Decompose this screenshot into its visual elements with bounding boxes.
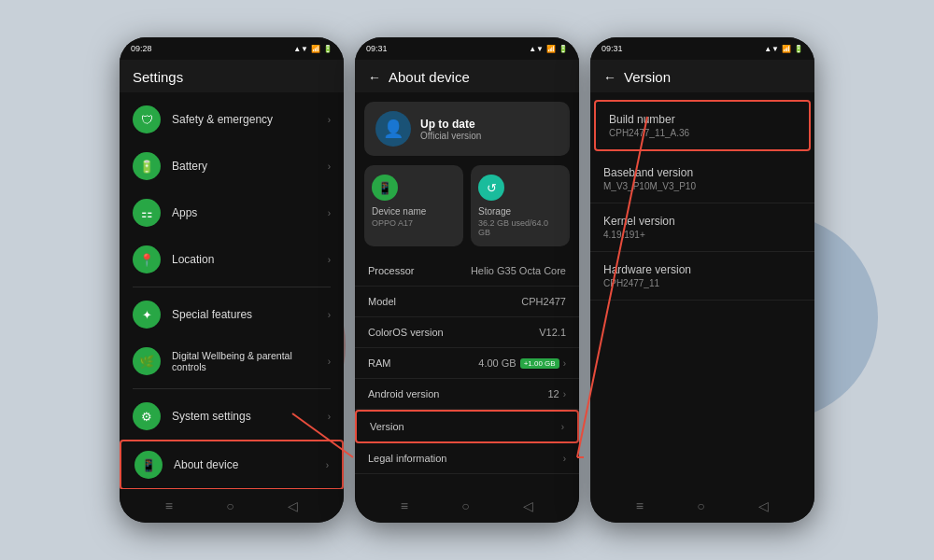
- ram-value-row: 4.00 GB +1.00 GB ›: [478, 357, 566, 369]
- status-time-3: 09:31: [601, 44, 623, 53]
- storage-value: 36.2 GB used/64.0 GB: [478, 218, 562, 237]
- coloros-row[interactable]: ColorOS version V12.1: [355, 317, 579, 348]
- location-label: Location: [172, 253, 328, 266]
- kernel-item[interactable]: Kernel version 4.19.191+: [590, 203, 814, 252]
- android-value-row: 12 ›: [547, 388, 566, 399]
- settings-header: Settings: [120, 60, 344, 92]
- android-row[interactable]: Android version 12 ›: [355, 379, 579, 410]
- about-header: ← About device: [355, 60, 579, 92]
- update-card: 👤 Up to date Official version: [364, 102, 570, 156]
- processor-value: Helio G35 Octa Core: [471, 265, 566, 276]
- nav-menu-icon[interactable]: ≡: [165, 498, 173, 513]
- wellbeing-chevron: ›: [328, 357, 331, 367]
- legal-label: Legal information: [368, 453, 446, 464]
- ram-row[interactable]: RAM 4.00 GB +1.00 GB ›: [355, 348, 579, 379]
- build-number-item[interactable]: Build number CPH2477_11_A.36: [594, 100, 811, 151]
- model-row[interactable]: Model CPH2477: [355, 287, 579, 317]
- nav-bar-2: ≡ ○ ◁: [355, 489, 579, 523]
- safety-label: Safety & emergency: [172, 113, 328, 126]
- model-label: Model: [368, 296, 396, 307]
- hardware-value: CPH2477_11: [603, 278, 801, 288]
- hardware-item[interactable]: Hardware version CPH2477_11: [590, 252, 814, 301]
- settings-item-location[interactable]: 📍 Location ›: [120, 236, 344, 283]
- nav-home-2-icon[interactable]: ○: [461, 498, 469, 513]
- location-icon: 📍: [133, 245, 161, 273]
- ram-value: 4.00 GB: [478, 357, 516, 369]
- device-name-card[interactable]: 📱 Device name OPPO A17: [364, 165, 463, 246]
- divider-1: [133, 287, 331, 287]
- settings-item-battery[interactable]: 🔋 Battery ›: [120, 143, 344, 189]
- version-label: Version: [370, 421, 404, 432]
- storage-label: Storage: [478, 206, 511, 217]
- settings-item-system[interactable]: ⚙ System settings ›: [120, 393, 344, 440]
- settings-item-special[interactable]: ✦ Special features ›: [120, 291, 344, 338]
- ram-badge: +1.00 GB: [520, 358, 559, 369]
- phone-about: 09:31 ▲▼ 📶 🔋 ← About device 👤 Up to date…: [355, 37, 579, 523]
- divider-2: [133, 388, 331, 389]
- battery-icon: 🔋: [133, 152, 161, 180]
- back-arrow-about[interactable]: ←: [368, 70, 381, 85]
- storage-card[interactable]: ↺ Storage 36.2 GB used/64.0 GB: [471, 165, 570, 246]
- ram-chevron: ›: [563, 358, 566, 369]
- settings-item-safety[interactable]: 🛡 Safety & emergency ›: [120, 96, 344, 143]
- status-icons-3: ▲▼ 📶 🔋: [764, 45, 803, 53]
- special-label: Special features: [172, 308, 328, 321]
- storage-icon: ↺: [478, 175, 504, 201]
- baseband-value: M_V3_P10M_V3_P10: [603, 181, 801, 191]
- update-subtitle: Official version: [420, 131, 481, 141]
- nav-back-3-icon[interactable]: ◁: [758, 498, 769, 513]
- status-bar-3: 09:31 ▲▼ 📶 🔋: [590, 37, 814, 60]
- model-value: CPH2477: [521, 296, 566, 307]
- settings-title: Settings: [133, 69, 331, 85]
- status-bar-2: 09:31 ▲▼ 📶 🔋: [355, 37, 579, 60]
- device-name-label: Device name: [372, 206, 426, 217]
- back-arrow-version[interactable]: ←: [603, 70, 616, 85]
- nav-bar-1: ≡ ○ ◁: [120, 489, 344, 523]
- coloros-value: V12.1: [539, 327, 566, 338]
- status-bar-1: 09:28 ▲▼ 📶 🔋: [120, 37, 344, 60]
- special-icon: ✦: [133, 301, 161, 329]
- update-title: Up to date: [420, 118, 481, 131]
- build-number-label: Build number: [609, 113, 796, 126]
- about-chevron: ›: [326, 460, 329, 470]
- legal-chevron: ›: [563, 454, 566, 464]
- legal-row[interactable]: Legal information ›: [355, 443, 579, 474]
- about-title: About device: [389, 69, 470, 85]
- status-time-2: 09:31: [366, 44, 388, 53]
- processor-row[interactable]: Processor Helio G35 Octa Core: [355, 256, 579, 287]
- device-name-icon: 📱: [372, 175, 398, 201]
- kernel-value: 4.19.191+: [603, 230, 801, 240]
- settings-item-about[interactable]: 📱 About device ›: [120, 440, 344, 489]
- about-content: 👤 Up to date Official version 📱 Device n…: [355, 92, 579, 489]
- version-title: Version: [624, 69, 671, 85]
- hardware-label: Hardware version: [603, 263, 801, 276]
- battery-chevron: ›: [328, 161, 331, 172]
- nav-home-icon[interactable]: ○: [226, 498, 234, 513]
- device-cards-row: 📱 Device name OPPO A17 ↺ Storage 36.2 GB…: [355, 165, 579, 256]
- nav-back-2-icon[interactable]: ◁: [523, 498, 533, 513]
- settings-content: 🛡 Safety & emergency › 🔋 Battery › ⚏ App…: [120, 92, 344, 489]
- baseband-label: Baseband version: [603, 166, 801, 179]
- settings-item-apps[interactable]: ⚏ Apps ›: [120, 189, 344, 236]
- nav-menu-2-icon[interactable]: ≡: [401, 498, 408, 513]
- version-content: Build number CPH2477_11_A.36 Baseband ve…: [590, 92, 814, 489]
- build-number-value: CPH2477_11_A.36: [609, 128, 796, 138]
- about-icon: 📱: [134, 451, 163, 479]
- battery-label: Battery: [172, 160, 328, 173]
- safety-chevron: ›: [328, 115, 331, 125]
- about-header-row: ← About device: [368, 69, 566, 85]
- nav-menu-3-icon[interactable]: ≡: [636, 498, 644, 513]
- phone-settings: 09:28 ▲▼ 📶 🔋 Settings 🛡 Safety & emergen…: [120, 37, 344, 523]
- nav-back-icon[interactable]: ◁: [288, 498, 298, 513]
- wellbeing-icon: 🌿: [133, 347, 161, 375]
- apps-label: Apps: [172, 206, 328, 219]
- baseband-item[interactable]: Baseband version M_V3_P10M_V3_P10: [590, 155, 814, 203]
- update-icon: 👤: [375, 111, 411, 147]
- settings-item-wellbeing[interactable]: 🌿 Digital Wellbeing & parental controls …: [120, 338, 344, 385]
- nav-bar-3: ≡ ○ ◁: [590, 489, 814, 523]
- location-chevron: ›: [328, 255, 331, 265]
- version-row[interactable]: Version ›: [355, 410, 579, 443]
- nav-home-3-icon[interactable]: ○: [697, 498, 704, 513]
- about-label: About device: [174, 458, 326, 471]
- system-label: System settings: [172, 410, 328, 423]
